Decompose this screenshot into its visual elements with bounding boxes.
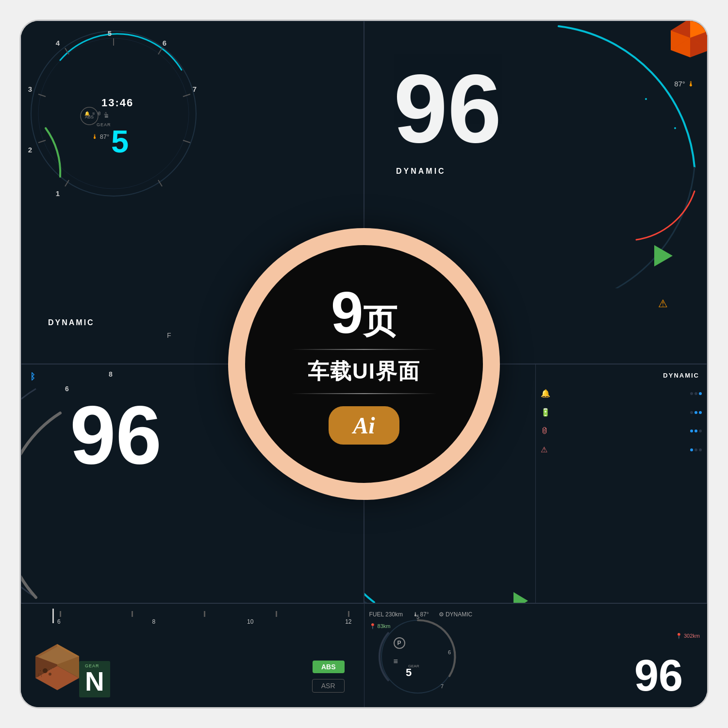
panel1-temp-value: 87°	[100, 133, 110, 140]
scale-tick	[204, 611, 205, 617]
parking-icon-br: P	[394, 637, 405, 649]
ai-label: Ai	[353, 412, 375, 439]
panel1-dynamic: DYNAMIC	[48, 318, 95, 327]
dots-row-3	[690, 430, 702, 432]
panel2-speed: 96	[394, 60, 501, 157]
dot	[690, 392, 693, 395]
svg-text:6: 6	[447, 649, 450, 655]
peach-circle: 9页 车载UI界面 Ai	[228, 228, 500, 500]
svg-point-42	[43, 668, 48, 673]
dots-row-1	[690, 392, 702, 395]
dot	[695, 411, 697, 414]
center-overlay: 9页 车载UI界面 Ai	[228, 228, 500, 500]
dot	[690, 411, 693, 414]
panel1-time: 13:46	[101, 97, 133, 109]
dist-value-1: 83km	[378, 623, 391, 629]
svg-text:8: 8	[109, 370, 113, 378]
svg-point-29	[674, 127, 676, 129]
svg-point-28	[645, 98, 647, 100]
svg-text:1: 1	[56, 189, 60, 198]
cube-icon: · /·\	[26, 639, 89, 702]
panel1-f-label: F	[167, 331, 171, 339]
distance-label-2: 📍 302km	[676, 633, 700, 639]
battery-icon: 🔋	[541, 408, 550, 417]
scale-tick	[348, 611, 349, 617]
scale-bar-container	[60, 611, 349, 617]
bottom-right-panel: FUEL 230km 🌡 87° ⚙ DYNAMIC 5 6 7 GEAR 5	[364, 604, 708, 707]
icon-1: 🔔	[84, 111, 90, 116]
scale-tick	[276, 611, 277, 617]
dot	[699, 411, 702, 414]
panel2-temp-value: 87°	[674, 80, 685, 88]
svg-line-15	[38, 140, 46, 143]
ai-badge: Ai	[329, 406, 399, 445]
bottom-strip: 6 8 10 12 Km/h GEAR N ABS ASR FUEL 2	[21, 603, 707, 707]
thermometer-icon: 🌡	[92, 133, 98, 140]
panel1-gear-number: 5	[111, 126, 129, 157]
svg-point-43	[49, 673, 51, 676]
svg-text:7: 7	[193, 85, 197, 93]
icon-3: 🛢	[97, 111, 101, 116]
icon-row-3: 🛢	[541, 427, 702, 435]
divider-1	[291, 349, 437, 350]
cube-svg: · /·\	[26, 639, 89, 702]
panel1-gear-label: GEAR	[97, 122, 111, 127]
panel2-temp: 87° 🌡	[674, 80, 695, 88]
panel2-warning-icon: ⚠	[658, 298, 668, 310]
svg-line-12	[183, 140, 190, 143]
svg-line-10	[158, 48, 162, 54]
svg-text:7: 7	[440, 683, 443, 689]
icon-row-1: 🔔	[541, 389, 702, 398]
needle-indicator	[52, 609, 54, 623]
page-chinese: 页	[363, 302, 397, 340]
scale-tick	[60, 611, 61, 617]
svg-text:6: 6	[163, 39, 166, 47]
page-count-number: 9页	[331, 283, 397, 342]
panel2-direction-arrow	[654, 245, 673, 266]
main-container: 5 6 7 4 3 2 1 ABS ≡ 13:46 🔔 ≡ 🛢	[19, 19, 709, 709]
panel3-speed: 96	[70, 394, 162, 476]
br-speed-large: 96	[634, 654, 683, 697]
scale-6: 6	[57, 618, 61, 625]
svg-text:/·\: /·\	[38, 673, 42, 678]
svg-text:6: 6	[65, 385, 69, 393]
engine-icon: 🔔	[541, 389, 550, 398]
dist-value-2: 302km	[684, 633, 700, 639]
dot	[690, 448, 693, 451]
dot	[695, 392, 697, 395]
dot	[699, 392, 702, 395]
svg-line-16	[38, 94, 46, 97]
gem-icon	[668, 19, 709, 60]
center-ui-title: 车载UI界面	[308, 357, 420, 386]
icon-4: ⚠	[104, 111, 108, 116]
dots-row-4	[690, 448, 702, 451]
distance-label-1: 📍 83km	[369, 623, 391, 629]
dot	[690, 430, 693, 432]
icon-2: ≡	[92, 111, 95, 116]
panel1-temp: 🌡 87°	[92, 133, 109, 140]
dist-icon-2: 📍	[676, 633, 682, 639]
headlight-icon-br: ≡	[394, 657, 398, 666]
panel4-dynamic: DYNAMIC	[663, 372, 699, 379]
svg-text:4: 4	[56, 39, 60, 47]
therm-icon: 🌡	[687, 80, 695, 88]
svg-text:5: 5	[416, 614, 419, 620]
oil-icon: 🛢	[541, 427, 548, 435]
asr-button[interactable]: ASR	[312, 679, 345, 693]
dot	[699, 448, 702, 451]
icon-row-4: ⚠	[541, 445, 702, 454]
warning-icon-sm: ⚠	[541, 445, 547, 454]
scale-12: 12	[345, 618, 351, 625]
dot	[699, 430, 702, 432]
abs-button[interactable]: ABS	[313, 661, 345, 673]
svg-text:5: 5	[108, 29, 112, 37]
svg-text:3: 3	[28, 85, 32, 93]
svg-text:5: 5	[406, 666, 412, 678]
svg-text:2: 2	[28, 146, 32, 154]
dots-row-2	[690, 411, 702, 414]
panel2-dynamic: DYNAMIC	[396, 167, 446, 176]
panel1-svg: 5 6 7 4 3 2 1 ABS ≡	[21, 21, 215, 215]
scale-8: 8	[152, 618, 155, 625]
black-circle: 9页 车载UI界面 Ai	[245, 245, 483, 483]
dot	[695, 448, 697, 451]
